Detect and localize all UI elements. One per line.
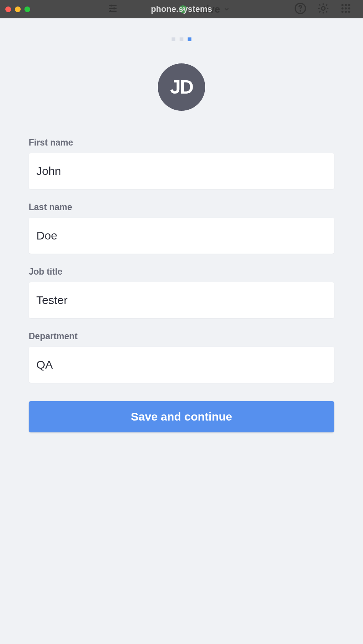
sliders-icon — [107, 3, 118, 16]
last-name-label: Last name — [29, 202, 334, 212]
svg-point-11 — [345, 4, 347, 6]
chevron-down-icon — [223, 6, 230, 13]
svg-point-14 — [345, 7, 347, 10]
svg-point-17 — [345, 11, 347, 13]
apps-grid-icon — [340, 3, 352, 16]
svg-point-10 — [342, 4, 344, 6]
job-title-input[interactable] — [29, 282, 334, 318]
svg-point-16 — [342, 11, 344, 13]
svg-point-8 — [300, 11, 300, 11]
avatar-initials: JD — [170, 76, 193, 98]
first-name-group: First name — [29, 138, 334, 189]
last-name-group: Last name — [29, 202, 334, 254]
svg-point-18 — [348, 11, 350, 13]
department-group: Department — [29, 331, 334, 383]
avatar[interactable]: JD — [158, 63, 205, 111]
page-dot-2[interactable] — [180, 37, 183, 41]
department-input[interactable] — [29, 347, 334, 383]
gear-icon — [317, 2, 329, 16]
page-dot-3[interactable] — [188, 37, 191, 41]
last-name-input[interactable] — [29, 218, 334, 254]
window-title: phone.systems — [151, 4, 212, 14]
job-title-group: Job title — [29, 267, 334, 318]
svg-point-9 — [321, 6, 325, 10]
help-icon — [294, 2, 306, 16]
svg-point-13 — [342, 7, 344, 10]
department-label: Department — [29, 331, 334, 341]
content-area: JD First name Last name Job title Depart… — [0, 18, 363, 432]
page-dot-1[interactable] — [172, 37, 175, 41]
svg-point-15 — [348, 7, 350, 10]
pagination-indicator — [29, 37, 334, 41]
job-title-label: Job title — [29, 267, 334, 277]
svg-point-12 — [348, 4, 350, 6]
first-name-label: First name — [29, 138, 334, 148]
save-and-continue-button[interactable]: Save and continue — [29, 401, 334, 432]
first-name-input[interactable] — [29, 153, 334, 189]
titlebar: Active — [0, 0, 363, 18]
